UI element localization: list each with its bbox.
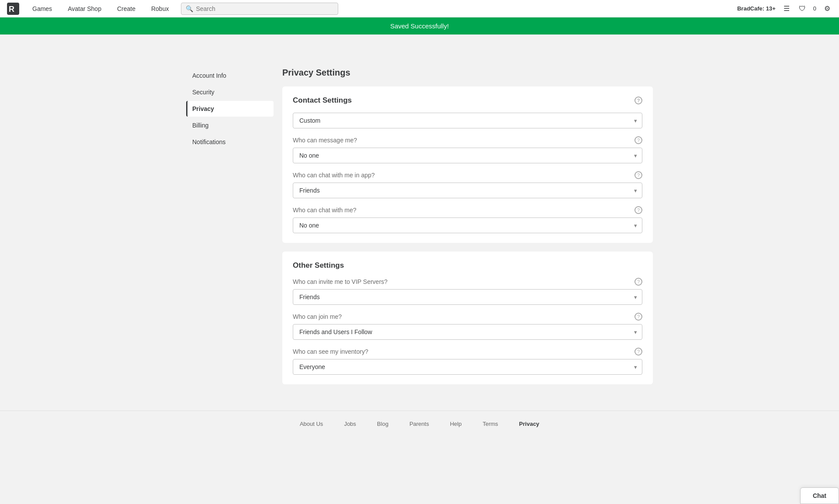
chat-nav-icon[interactable]: ☰ bbox=[782, 4, 791, 14]
robux-count: 0 bbox=[813, 5, 816, 12]
sidebar-item-security[interactable]: Security bbox=[186, 84, 274, 100]
saved-banner: Saved Successfully! bbox=[0, 17, 839, 35]
inventory-dropdown-wrapper: No one Friends Everyone ▾ bbox=[293, 359, 642, 375]
chat-dropdown[interactable]: No one Friends Everyone bbox=[293, 217, 642, 233]
sidebar-item-account-info[interactable]: Account Info bbox=[186, 68, 274, 83]
join-dropdown[interactable]: No one Friends Friends and Users I Follo… bbox=[293, 324, 642, 340]
contact-settings-title: Contact Settings ? bbox=[293, 96, 642, 105]
sidebar: Account Info Security Privacy Billing No… bbox=[186, 68, 274, 393]
sidebar-item-privacy[interactable]: Privacy bbox=[186, 101, 274, 117]
nav-robux[interactable]: Robux bbox=[143, 0, 177, 17]
join-help-icon[interactable]: ? bbox=[634, 313, 642, 321]
vip-dropdown-wrapper: No one Friends Everyone ▾ bbox=[293, 289, 642, 305]
sidebar-item-notifications[interactable]: Notifications bbox=[186, 134, 274, 150]
search-input[interactable] bbox=[196, 5, 333, 12]
search-icon: 🔍 bbox=[186, 5, 193, 12]
roblox-logo[interactable]: R bbox=[7, 3, 19, 15]
other-settings-card: Other Settings Who can invite me to VIP … bbox=[282, 252, 653, 384]
message-dropdown[interactable]: No one Friends Everyone bbox=[293, 148, 642, 163]
message-dropdown-wrapper: No one Friends Everyone ▾ bbox=[293, 148, 642, 163]
chat-help-icon[interactable]: ? bbox=[634, 206, 642, 214]
message-question-row: Who can message me? ? bbox=[293, 136, 642, 144]
vip-question-row: Who can invite me to VIP Servers? ? bbox=[293, 278, 642, 286]
vip-help-icon[interactable]: ? bbox=[634, 278, 642, 286]
vip-question-label: Who can invite me to VIP Servers? bbox=[293, 278, 388, 285]
footer-parents[interactable]: Parents bbox=[409, 421, 429, 427]
contact-settings-help-icon[interactable]: ? bbox=[634, 97, 642, 104]
footer-jobs[interactable]: Jobs bbox=[344, 421, 356, 427]
inventory-question-label: Who can see my inventory? bbox=[293, 348, 368, 355]
chat-app-question-row: Who can chat with me in app? ? bbox=[293, 171, 642, 179]
chat-app-dropdown[interactable]: No one Friends Everyone bbox=[293, 183, 642, 198]
footer-about-us[interactable]: About Us bbox=[300, 421, 323, 427]
message-question-label: Who can message me? bbox=[293, 137, 357, 144]
vip-dropdown[interactable]: No one Friends Everyone bbox=[293, 289, 642, 305]
navbar: R Games Avatar Shop Create Robux 🔍 BradC… bbox=[0, 0, 839, 17]
chat-question-row: Who can chat with me? ? bbox=[293, 206, 642, 214]
search-bar[interactable]: 🔍 bbox=[181, 3, 338, 15]
main-content: Privacy Settings Contact Settings ? Cust… bbox=[282, 68, 653, 393]
section-title: Privacy Settings bbox=[282, 68, 653, 78]
chat-app-question-label: Who can chat with me in app? bbox=[293, 172, 375, 179]
footer-privacy[interactable]: Privacy bbox=[519, 421, 539, 427]
chat-button[interactable]: Chat bbox=[800, 487, 839, 504]
footer-help[interactable]: Help bbox=[450, 421, 462, 427]
footer: About Us Jobs Blog Parents Help Terms Pr… bbox=[0, 411, 839, 432]
footer-terms[interactable]: Terms bbox=[482, 421, 498, 427]
settings-icon[interactable]: ⚙ bbox=[822, 4, 832, 14]
sidebar-item-billing[interactable]: Billing bbox=[186, 117, 274, 133]
footer-blog[interactable]: Blog bbox=[377, 421, 388, 427]
join-question-row: Who can join me? ? bbox=[293, 313, 642, 321]
chat-dropdown-wrapper: No one Friends Everyone ▾ bbox=[293, 217, 642, 233]
nav-username: BradCafe: 13+ bbox=[737, 5, 776, 12]
join-dropdown-wrapper: No one Friends Friends and Users I Follo… bbox=[293, 324, 642, 340]
join-question-label: Who can join me? bbox=[293, 313, 342, 320]
inventory-question-row: Who can see my inventory? ? bbox=[293, 348, 642, 356]
svg-text:R: R bbox=[9, 5, 14, 14]
nav-avatar-shop[interactable]: Avatar Shop bbox=[60, 0, 109, 17]
preset-dropdown-wrapper: Custom Everyone Friends No one ▾ bbox=[293, 113, 642, 128]
content-area: Account Info Security Privacy Billing No… bbox=[179, 68, 660, 393]
message-help-icon[interactable]: ? bbox=[634, 136, 642, 144]
inventory-dropdown[interactable]: No one Friends Everyone bbox=[293, 359, 642, 375]
nav-create[interactable]: Create bbox=[109, 0, 143, 17]
chat-question-label: Who can chat with me? bbox=[293, 207, 357, 214]
chat-app-dropdown-wrapper: No one Friends Everyone ▾ bbox=[293, 183, 642, 198]
other-settings-title: Other Settings bbox=[293, 261, 642, 270]
chat-app-help-icon[interactable]: ? bbox=[634, 171, 642, 179]
preset-dropdown[interactable]: Custom Everyone Friends No one bbox=[293, 113, 642, 128]
contact-settings-card: Contact Settings ? Custom Everyone Frien… bbox=[282, 86, 653, 243]
nav-games[interactable]: Games bbox=[24, 0, 60, 17]
shield-icon[interactable]: 🛡 bbox=[797, 4, 807, 14]
nav-right-section: BradCafe: 13+ ☰ 🛡 0 ⚙ bbox=[737, 4, 832, 14]
inventory-help-icon[interactable]: ? bbox=[634, 348, 642, 356]
